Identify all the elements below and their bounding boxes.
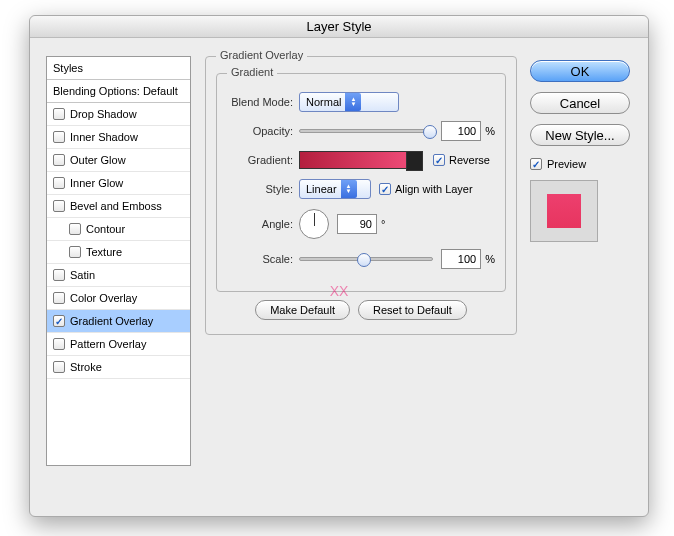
style-checkbox[interactable]	[69, 223, 81, 235]
scale-input[interactable]: 100	[441, 249, 481, 269]
gradient-overlay-panel: Gradient Overlay Gradient Blend Mode: No…	[205, 56, 517, 466]
style-item-stroke[interactable]: Stroke	[47, 356, 190, 379]
style-label: Pattern Overlay	[70, 338, 146, 350]
preview-checkbox[interactable]	[530, 158, 542, 170]
degree-label: °	[381, 218, 385, 230]
style-label: Bevel and Emboss	[70, 200, 162, 212]
style-item-contour[interactable]: Contour	[47, 218, 190, 241]
style-label: Inner Shadow	[70, 131, 138, 143]
align-label: Align with Layer	[395, 183, 473, 195]
dialog-buttons: OK Cancel New Style... Preview	[530, 60, 630, 242]
style-label: Outer Glow	[70, 154, 126, 166]
gradient-swatch[interactable]: ▼	[299, 151, 409, 169]
slider-thumb-icon[interactable]	[423, 125, 437, 139]
layer-style-dialog: Layer Style Styles Blending Options: Def…	[29, 15, 649, 517]
style-checkbox[interactable]	[53, 154, 65, 166]
style-item-inner-shadow[interactable]: Inner Shadow	[47, 126, 190, 149]
window-title: Layer Style	[30, 16, 648, 38]
style-label: Satin	[70, 269, 95, 281]
opacity-slider[interactable]	[299, 129, 433, 133]
reset-default-button[interactable]: Reset to Default	[358, 300, 467, 320]
angle-input[interactable]: 90	[337, 214, 377, 234]
style-label: Drop Shadow	[70, 108, 137, 120]
cancel-button[interactable]: Cancel	[530, 92, 630, 114]
style-value: Linear	[306, 183, 337, 195]
style-checkbox[interactable]	[53, 131, 65, 143]
gradient-fieldset: Gradient Blend Mode: Normal Opacity:	[216, 73, 506, 292]
style-item-color-overlay[interactable]: Color Overlay	[47, 287, 190, 310]
gradient-label: Gradient:	[227, 154, 299, 166]
style-item-bevel-and-emboss[interactable]: Bevel and Emboss	[47, 195, 190, 218]
style-item-satin[interactable]: Satin	[47, 264, 190, 287]
dialog-content: Styles Blending Options: Default Drop Sh…	[30, 38, 648, 516]
opacity-label: Opacity:	[227, 125, 299, 137]
new-style-button[interactable]: New Style...	[530, 124, 630, 146]
blend-mode-label: Blend Mode:	[227, 96, 299, 108]
align-checkbox[interactable]	[379, 183, 391, 195]
reverse-label: Reverse	[449, 154, 490, 166]
style-item-gradient-overlay[interactable]: Gradient Overlay	[47, 310, 190, 333]
percent-label: %	[485, 253, 495, 265]
style-label: Texture	[86, 246, 122, 258]
gradient-overlay-fieldset: Gradient Overlay Gradient Blend Mode: No…	[205, 56, 517, 335]
style-label: Stroke	[70, 361, 102, 373]
panel-heading: Gradient Overlay	[216, 49, 307, 61]
angle-label: Angle:	[227, 218, 299, 230]
style-checkbox[interactable]	[53, 315, 65, 327]
style-item-outer-glow[interactable]: Outer Glow	[47, 149, 190, 172]
style-label: Contour	[86, 223, 125, 235]
style-label: Gradient Overlay	[70, 315, 153, 327]
style-checkbox[interactable]	[53, 177, 65, 189]
scale-slider[interactable]	[299, 257, 433, 261]
style-checkbox[interactable]	[69, 246, 81, 258]
styles-header[interactable]: Styles	[47, 57, 190, 80]
style-label: Color Overlay	[70, 292, 137, 304]
style-checkbox[interactable]	[53, 200, 65, 212]
dropdown-arrow-icon: ▼	[412, 155, 420, 164]
style-item-texture[interactable]: Texture	[47, 241, 190, 264]
blend-mode-value: Normal	[306, 96, 341, 108]
slider-thumb-icon[interactable]	[357, 253, 371, 267]
style-item-pattern-overlay[interactable]: Pattern Overlay	[47, 333, 190, 356]
style-checkbox[interactable]	[53, 361, 65, 373]
percent-label: %	[485, 125, 495, 137]
select-arrows-icon	[341, 180, 357, 198]
preview-swatch	[530, 180, 598, 242]
preview-color	[547, 194, 581, 228]
style-label: Inner Glow	[70, 177, 123, 189]
reverse-checkbox[interactable]	[433, 154, 445, 166]
style-select[interactable]: Linear	[299, 179, 371, 199]
make-default-button[interactable]: Make Default	[255, 300, 350, 320]
angle-dial[interactable]	[299, 209, 329, 239]
style-label: Style:	[227, 183, 299, 195]
style-checkbox[interactable]	[53, 292, 65, 304]
style-item-inner-glow[interactable]: Inner Glow	[47, 172, 190, 195]
preview-label: Preview	[547, 158, 586, 170]
blending-options-item[interactable]: Blending Options: Default	[47, 80, 190, 103]
style-checkbox[interactable]	[53, 338, 65, 350]
gradient-subheading: Gradient	[227, 66, 277, 78]
style-checkbox[interactable]	[53, 108, 65, 120]
style-checkbox[interactable]	[53, 269, 65, 281]
select-arrows-icon	[345, 93, 361, 111]
blend-mode-select[interactable]: Normal	[299, 92, 399, 112]
scale-label: Scale:	[227, 253, 299, 265]
opacity-input[interactable]: 100	[441, 121, 481, 141]
style-item-drop-shadow[interactable]: Drop Shadow	[47, 103, 190, 126]
ok-button[interactable]: OK	[530, 60, 630, 82]
styles-sidebar: Styles Blending Options: Default Drop Sh…	[46, 56, 191, 466]
